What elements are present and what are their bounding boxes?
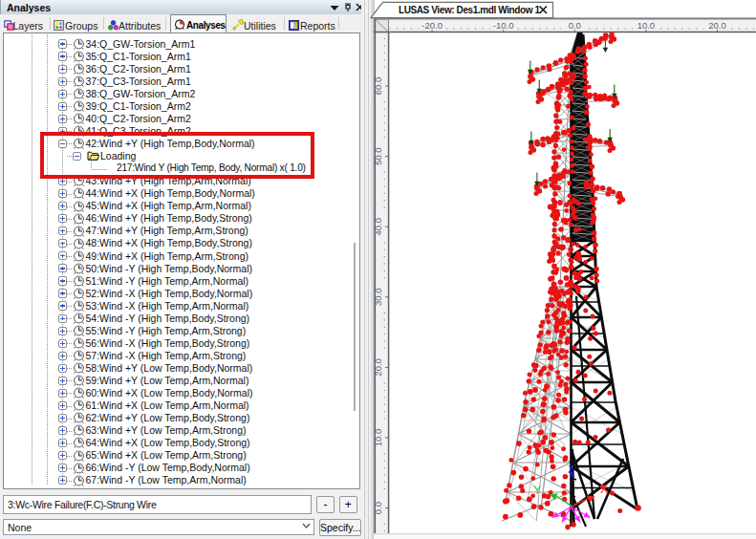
svg-text:Y: Y bbox=[533, 484, 542, 497]
svg-text:LUSAS View: Des1.mdl Window 1: LUSAS View: Des1.mdl Window 1 bbox=[399, 5, 540, 15]
svg-text:0.0: 0.0 bbox=[373, 502, 383, 514]
svg-text:-20.0: -20.0 bbox=[421, 20, 443, 31]
svg-text:10.0: 10.0 bbox=[637, 20, 656, 31]
svg-text:50.0: 50.0 bbox=[373, 147, 383, 165]
svg-text:40.0: 40.0 bbox=[373, 218, 383, 236]
svg-text:20.0: 20.0 bbox=[708, 20, 726, 31]
svg-text:60.0: 60.0 bbox=[373, 77, 383, 96]
svg-text:X: X bbox=[600, 483, 609, 496]
svg-text:30.0: 30.0 bbox=[373, 289, 383, 307]
svg-text:-10.0: -10.0 bbox=[493, 20, 514, 31]
svg-text:10.0: 10.0 bbox=[373, 429, 383, 447]
svg-text:20.0: 20.0 bbox=[373, 358, 383, 377]
svg-text:0.0: 0.0 bbox=[569, 20, 581, 31]
